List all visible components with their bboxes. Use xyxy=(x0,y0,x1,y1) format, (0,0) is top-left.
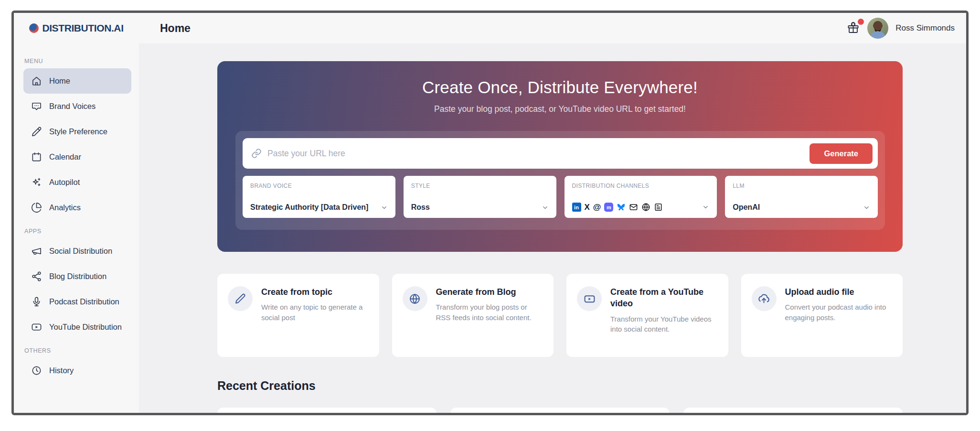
sidebar-item-label: Podcast Distribution xyxy=(49,297,119,306)
card-title: Create from topic xyxy=(261,286,364,298)
megaphone-icon xyxy=(31,246,42,257)
pencil-icon xyxy=(31,126,42,137)
card-icon-circle xyxy=(577,286,602,311)
generate-from-blog-card[interactable]: Generate from Blog Transform your blog p… xyxy=(392,274,554,357)
recent-creations-heading: Recent Creations xyxy=(217,379,903,393)
web-globe-icon xyxy=(641,203,650,212)
threads-icon: @ xyxy=(593,203,601,211)
app-window: DISTRIBUTION.AI Home Ross Simmonds MENU xyxy=(11,11,969,415)
brand-voice-dropdown[interactable]: BRAND VOICE Strategic Authority [Data Dr… xyxy=(243,176,395,218)
create-from-topic-card[interactable]: Create from topic Write on any topic to … xyxy=(217,274,379,357)
create-from-youtube-card[interactable]: Create from a YouTube video Transform yo… xyxy=(566,274,728,357)
logo-icon xyxy=(29,23,39,33)
sidebar-item-label: Brand Voices xyxy=(49,102,96,111)
bluesky-icon xyxy=(617,203,626,211)
youtube-icon xyxy=(31,322,42,333)
style-dropdown[interactable]: STYLE Ross xyxy=(404,176,556,218)
recent-creation-card[interactable] xyxy=(217,408,437,413)
dropdown-label: BRAND VOICE xyxy=(250,183,388,189)
main-content: Create Once, Distribute Everywhere! Past… xyxy=(139,43,966,413)
url-bar: Generate xyxy=(243,138,878,169)
mastodon-icon: m xyxy=(604,203,613,212)
url-input[interactable] xyxy=(267,149,810,159)
card-icon-circle xyxy=(228,286,253,311)
section-label-menu: MENU xyxy=(24,58,139,65)
sidebar-item-label: History xyxy=(49,366,74,375)
sidebar-item-analytics[interactable]: Analytics xyxy=(23,195,131,220)
logo-text: DISTRIBUTION.AI xyxy=(42,22,123,34)
home-icon xyxy=(31,75,42,86)
llm-value: OpenAI xyxy=(733,203,760,212)
sidebar-item-label: Social Distribution xyxy=(49,247,112,256)
card-description: Convert your podcast audio into engaging… xyxy=(785,302,889,323)
top-header: DISTRIBUTION.AI Home Ross Simmonds xyxy=(14,13,966,43)
linkedin-icon: in xyxy=(572,203,581,212)
chevron-down-icon xyxy=(381,204,388,211)
chat-bubble-icon xyxy=(31,101,42,112)
chevron-down-icon xyxy=(702,204,709,211)
recent-creation-card[interactable] xyxy=(683,408,903,413)
dropdown-label: DISTRIBUTION CHANNELS xyxy=(572,183,710,189)
header-right: Ross Simmonds xyxy=(847,18,966,39)
card-description: Transform your blog posts or RSS feeds i… xyxy=(436,302,540,323)
calendar-icon xyxy=(31,151,42,162)
dropdown-row: BRAND VOICE Strategic Authority [Data Dr… xyxy=(243,176,878,218)
recent-creation-card[interactable] xyxy=(450,408,670,413)
llm-dropdown[interactable]: LLM OpenAI xyxy=(725,176,878,218)
card-description: Write on any topic to generate a social … xyxy=(261,302,365,323)
hero-banner: Create Once, Distribute Everywhere! Past… xyxy=(217,61,903,252)
sidebar-item-calendar[interactable]: Calendar xyxy=(23,144,131,170)
dropdown-label: LLM xyxy=(733,183,870,189)
brand-voice-value: Strategic Authority [Data Driven] xyxy=(250,203,368,212)
upload-cloud-icon xyxy=(758,293,770,305)
youtube-icon xyxy=(584,293,596,305)
sidebar-item-blog-distribution[interactable]: Blog Distribution xyxy=(23,264,131,289)
hero-subtitle: Paste your blog post, podcast, or YouTub… xyxy=(217,104,903,114)
chevron-down-icon xyxy=(542,204,549,211)
card-title: Upload audio file xyxy=(785,286,888,298)
hero-title: Create Once, Distribute Everywhere! xyxy=(217,78,903,97)
microphone-icon xyxy=(31,296,42,307)
sidebar-item-history[interactable]: History xyxy=(23,358,131,383)
upload-audio-card[interactable]: Upload audio file Convert your podcast a… xyxy=(741,274,903,357)
pie-chart-icon xyxy=(31,202,42,213)
sidebar-item-social-distribution[interactable]: Social Distribution xyxy=(23,238,131,264)
sidebar-item-brand-voices[interactable]: Brand Voices xyxy=(23,94,131,119)
card-description: Transform your YouTube videos into socia… xyxy=(610,314,714,335)
style-value: Ross xyxy=(411,203,430,212)
sparkles-icon xyxy=(31,177,42,188)
recent-creations-row xyxy=(217,408,903,413)
action-cards-row: Create from topic Write on any topic to … xyxy=(217,274,903,357)
distribution-channels-dropdown[interactable]: DISTRIBUTION CHANNELS in X @ m xyxy=(565,176,717,218)
sidebar-item-label: Autopilot xyxy=(49,178,80,187)
logo[interactable]: DISTRIBUTION.AI xyxy=(14,22,139,34)
sidebar-item-youtube-distribution[interactable]: YouTube Distribution xyxy=(23,314,131,340)
notification-dot xyxy=(858,19,864,25)
link-icon xyxy=(251,148,262,159)
avatar[interactable] xyxy=(867,18,888,39)
user-name: Ross Simmonds xyxy=(895,23,955,33)
gift-button[interactable] xyxy=(847,22,860,35)
sidebar-item-podcast-distribution[interactable]: Podcast Distribution xyxy=(23,289,131,314)
globe-icon xyxy=(409,293,421,305)
page-title: Home xyxy=(160,22,191,35)
sidebar-item-label: YouTube Distribution xyxy=(49,323,122,332)
sidebar-item-label: Blog Distribution xyxy=(49,272,107,281)
sidebar-item-style-preference[interactable]: Style Preference xyxy=(23,119,131,144)
sidebar: MENU Home Brand Voices Style Preference xyxy=(14,43,139,413)
card-title: Create from a YouTube video xyxy=(610,286,713,310)
sidebar-item-home[interactable]: Home xyxy=(23,68,131,94)
card-title: Generate from Blog xyxy=(436,286,539,298)
card-icon-circle xyxy=(403,286,427,311)
card-icon-circle xyxy=(752,286,777,311)
section-label-others: OTHERS xyxy=(24,347,139,354)
sidebar-item-label: Calendar xyxy=(49,152,81,162)
sidebar-item-autopilot[interactable]: Autopilot xyxy=(23,170,131,195)
notes-icon xyxy=(654,203,663,212)
sidebar-item-label: Style Preference xyxy=(49,127,107,136)
dropdown-label: STYLE xyxy=(411,183,549,189)
generate-button[interactable]: Generate xyxy=(810,143,873,164)
section-label-apps: APPS xyxy=(24,228,139,235)
chevron-down-icon xyxy=(863,204,870,211)
x-icon: X xyxy=(585,203,590,211)
